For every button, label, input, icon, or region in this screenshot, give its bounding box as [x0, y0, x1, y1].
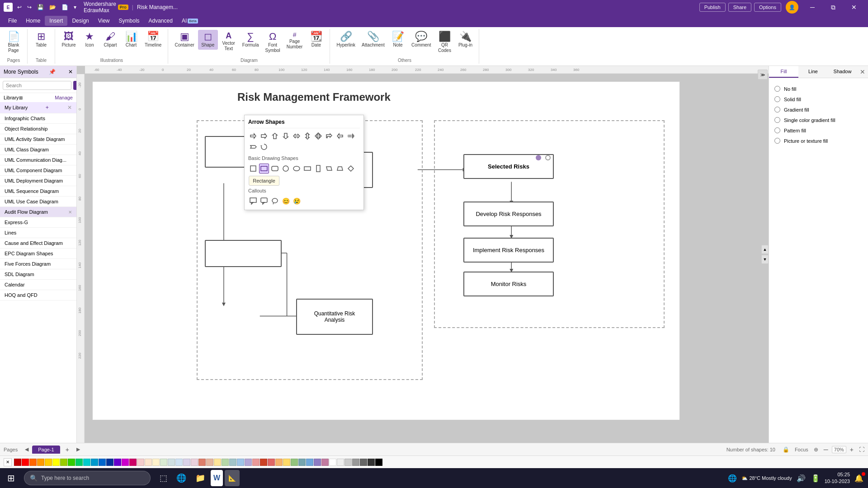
no-fill-radio[interactable] — [774, 86, 780, 92]
color-swatch[interactable] — [275, 459, 283, 466]
expand-library-btn[interactable]: ⊞ — [19, 95, 23, 100]
color-swatch[interactable] — [352, 459, 359, 466]
color-swatch[interactable] — [344, 459, 352, 466]
bent-arrow[interactable] — [324, 131, 334, 141]
color-swatch[interactable] — [191, 459, 198, 466]
color-swatch[interactable] — [83, 459, 90, 466]
clipart-btn[interactable]: 🖌 Clipart — [100, 30, 120, 50]
arrow-up-down[interactable] — [302, 131, 312, 141]
box-quantitative-risk[interactable]: Quantitative RiskAnalysis — [296, 299, 373, 335]
gradient-fill-radio[interactable] — [774, 107, 780, 113]
edrawmax-taskbar-btn[interactable]: 📐 — [225, 470, 240, 486]
color-swatch[interactable] — [106, 459, 113, 466]
sidebar-item-express-g[interactable]: Express-G ✕ — [0, 217, 76, 228]
menu-insert[interactable]: Insert — [45, 16, 67, 26]
color-swatch[interactable] — [291, 459, 298, 466]
color-swatch[interactable] — [68, 459, 75, 466]
striped-arrow[interactable] — [346, 131, 356, 141]
color-swatch[interactable] — [337, 459, 344, 466]
color-none[interactable]: ✕ — [4, 458, 12, 466]
fill-option-pattern[interactable]: Pattern fill — [774, 125, 863, 136]
color-swatch[interactable] — [91, 459, 98, 466]
rounded-rect[interactable] — [270, 164, 280, 174]
arrow-down[interactable] — [281, 131, 291, 141]
picture-fill-radio[interactable] — [774, 138, 780, 144]
color-swatch[interactable] — [306, 459, 313, 466]
color-swatch[interactable] — [99, 459, 106, 466]
search-btn[interactable]: Search — [73, 81, 77, 90]
avatar[interactable]: 👤 — [786, 1, 798, 14]
nav-arrow-down[interactable]: ▼ — [761, 255, 769, 264]
sidebar-item-audit-flow[interactable]: Audit Flow Diagram ✕ — [0, 207, 76, 217]
sidebar-item-object-relationship[interactable]: Object Relationship ✕ — [0, 124, 76, 134]
menu-file[interactable]: File — [4, 16, 21, 26]
color-swatch[interactable] — [260, 459, 267, 466]
callout-rect[interactable] — [248, 196, 258, 206]
timeline-btn[interactable]: 📅 Timeline — [142, 30, 164, 50]
right-triangle[interactable] — [259, 174, 269, 184]
sidebar-item-uml-deployment[interactable]: UML Deployment Diagram ✕ — [0, 176, 76, 186]
tray-datetime[interactable]: 05:25 10-10-2023 — [825, 471, 850, 485]
color-swatch[interactable] — [137, 459, 144, 466]
color-swatch[interactable] — [321, 459, 329, 466]
circular-arrow[interactable] — [259, 142, 269, 152]
hyperlink-btn[interactable]: 🔗 Hyperlink — [334, 30, 358, 50]
expand-btn[interactable]: ≫ — [758, 70, 768, 80]
tray-volume[interactable]: 🔊 — [796, 473, 807, 483]
search-input[interactable] — [3, 81, 71, 90]
sidebar-item-uml-class[interactable]: UML Class Diagram ✕ — [0, 145, 76, 155]
tall-rect[interactable] — [313, 164, 323, 174]
more-btn[interactable]: ▾ — [72, 3, 78, 11]
color-swatch[interactable] — [168, 459, 175, 466]
tab-fill[interactable]: Fill — [769, 66, 798, 78]
canvas-inner[interactable]: Risk Management Framework e Risks Qua — [85, 74, 769, 443]
color-swatch[interactable] — [252, 459, 259, 466]
note-btn[interactable]: 📝 Note — [388, 30, 408, 50]
icon-btn[interactable]: ★ Icon — [80, 30, 99, 50]
taskbar-search[interactable]: 🔍 Type here to search — [24, 471, 151, 485]
add-page-btn[interactable]: + — [62, 445, 73, 454]
start-btn[interactable]: ⊞ — [4, 470, 19, 486]
color-swatch[interactable] — [60, 459, 67, 466]
attachment-btn[interactable]: 📎 Attachment — [359, 30, 387, 50]
table-btn[interactable]: ⊞ Table — [31, 30, 51, 50]
rectangle-shape[interactable]: Rectangle — [259, 164, 269, 174]
close-btn[interactable]: ✕ — [844, 0, 864, 14]
shape-btn[interactable]: ◻ Shape — [198, 30, 218, 50]
solid-fill-radio[interactable] — [774, 96, 780, 102]
undo-btn[interactable]: ↩ — [15, 3, 24, 11]
menu-home[interactable]: Home — [21, 16, 45, 26]
parallelogram[interactable] — [324, 164, 334, 174]
symbols-close[interactable]: ✕ — [68, 69, 73, 75]
menu-view[interactable]: View — [94, 16, 114, 26]
arrow-up[interactable] — [270, 131, 280, 141]
ellipse-shape[interactable] — [292, 164, 302, 174]
color-swatch[interactable] — [45, 459, 52, 466]
picture-btn[interactable]: 🖼 Picture — [59, 30, 79, 50]
color-swatch[interactable] — [183, 459, 190, 466]
color-swatch[interactable] — [298, 459, 306, 466]
minus-icon[interactable]: ✕ — [67, 104, 72, 111]
container-btn[interactable]: ▣ Container — [172, 30, 197, 50]
color-swatch[interactable] — [360, 459, 367, 466]
menu-ai[interactable]: AI Beta — [177, 16, 203, 26]
fit-page-icon[interactable]: ⊕ — [814, 446, 818, 453]
callout-bubble[interactable] — [270, 196, 280, 206]
color-swatch[interactable] — [314, 459, 321, 466]
sidebar-item-hoq-qfd[interactable]: HOQ and QFD ✕ — [0, 290, 76, 300]
color-swatch[interactable] — [175, 459, 183, 466]
close-icon[interactable]: ✕ — [68, 210, 72, 215]
color-swatch[interactable] — [37, 459, 44, 466]
sidebar-item-uml-activity[interactable]: UML Activity State Diagram ✕ — [0, 134, 76, 145]
save-btn[interactable]: 💾 — [35, 3, 46, 11]
comment-btn[interactable]: 💬 Comment — [409, 30, 434, 50]
task-view-btn[interactable]: ⬚ — [156, 470, 171, 486]
restore-btn[interactable]: ⧉ — [823, 0, 844, 14]
color-swatch[interactable] — [22, 459, 29, 466]
arrow-right[interactable] — [248, 131, 258, 141]
browser-btn[interactable]: 🌐 — [173, 470, 190, 486]
color-swatch[interactable] — [75, 459, 83, 466]
trapezoid[interactable] — [335, 164, 345, 174]
plugin-btn[interactable]: 🔌 Plug-in — [455, 30, 475, 50]
nav-arrow-up[interactable]: ▲ — [761, 245, 769, 254]
